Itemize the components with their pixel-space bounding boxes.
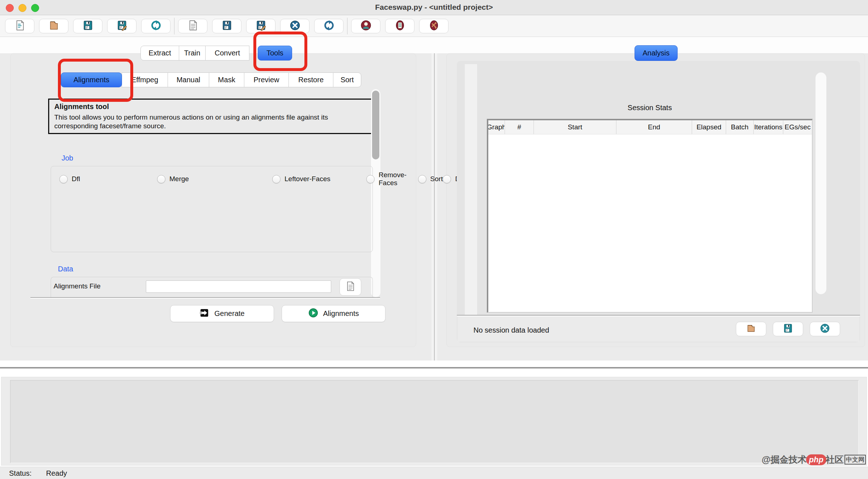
save-project-icon: [83, 20, 93, 32]
job-option-dfl: Dfl: [59, 175, 157, 183]
main-tabs: ExtractTrainConvertTools: [140, 46, 292, 61]
stats-column-iterations: Iterations: [754, 120, 783, 134]
save-project-as-button[interactable]: [107, 19, 136, 33]
reset-config-button[interactable]: [314, 19, 344, 33]
clear-config-button[interactable]: [280, 19, 309, 33]
run-label: Alignments: [323, 309, 359, 318]
new-project-button[interactable]: [5, 19, 34, 33]
tab-train[interactable]: Train: [179, 46, 206, 61]
alignments-file-input[interactable]: [146, 280, 331, 293]
clear-session-button[interactable]: [810, 322, 840, 336]
save-config-as-icon: [256, 20, 266, 32]
tool-tabs: AlignmentsEffmpegManualMaskPreviewRestor…: [61, 72, 361, 87]
alignments-file-label: Alignments File: [54, 282, 101, 290]
options-scrollbar-thumb[interactable]: [372, 91, 379, 159]
profile-button[interactable]: [351, 19, 380, 33]
load-config-icon: [187, 20, 198, 32]
alignments-file-browse-button[interactable]: [340, 278, 361, 296]
save-config-icon: [222, 20, 232, 32]
alignments-run-button[interactable]: Alignments: [282, 305, 385, 322]
reset-project-button[interactable]: [141, 19, 170, 33]
tab-extract[interactable]: Extract: [140, 46, 179, 61]
bottom-area: Status: Ready: [0, 361, 868, 479]
radio-label-leftover-faces: Leftover-Faces: [285, 175, 330, 183]
tab-tools[interactable]: Tools: [258, 46, 292, 61]
stats-column--: #: [505, 120, 534, 134]
output-icon: [395, 20, 405, 32]
radio-leftover-faces[interactable]: [272, 175, 281, 183]
tool-tab-alignments[interactable]: Alignments: [61, 72, 122, 87]
swap-button[interactable]: [419, 19, 448, 33]
load-config-button[interactable]: [178, 19, 207, 33]
tab-convert[interactable]: Convert: [205, 46, 249, 61]
swap-icon: [429, 20, 439, 32]
status-bar: Status: Ready: [0, 467, 868, 479]
stats-column-egs-sec: EGs/sec: [783, 120, 812, 134]
console-output[interactable]: [10, 380, 859, 463]
stats-column-start: Start: [534, 120, 616, 134]
save-session-button[interactable]: [773, 322, 803, 336]
watermark-badge: php: [806, 454, 826, 465]
pane-divider[interactable]: [431, 53, 437, 361]
session-empty-text: No session data loaded: [473, 326, 549, 334]
radio-label-dfl: Dfl: [72, 175, 80, 183]
save-config-as-button[interactable]: [246, 19, 275, 33]
stats-left-strip: [465, 64, 477, 318]
main-area: ExtractTrainConvertTools AlignmentsEffmp…: [0, 37, 868, 361]
tool-tab-effmpeg[interactable]: Effmpeg: [122, 72, 168, 87]
stats-column-batch: Batch: [726, 120, 754, 134]
session-stats-title: Session Stats: [487, 104, 813, 112]
open-session-icon: [746, 323, 756, 335]
clear-session-icon: [820, 323, 830, 335]
radio-dfl[interactable]: [59, 175, 68, 183]
tool-tab-mask[interactable]: Mask: [209, 72, 244, 87]
radio-merge[interactable]: [157, 175, 165, 183]
status-value: Ready: [46, 469, 67, 478]
radio-label-remove-faces: Remove-Faces: [379, 171, 418, 187]
toolbar-group-3: [351, 19, 448, 33]
watermark-suffix: 社区: [826, 454, 844, 466]
session-stats-table: Graph#StartEndElapsedBatchIterationsEGs/…: [487, 119, 813, 313]
save-config-button[interactable]: [212, 19, 241, 33]
stats-column-end: End: [616, 120, 692, 134]
watermark: @掘金技术 php 社区 中文网: [762, 454, 866, 466]
window-title: Faceswap.py - <untitled project>: [0, 3, 868, 12]
watermark-extra: 中文网: [844, 455, 866, 465]
status-label: Status:: [9, 469, 31, 478]
radio-label-merge: Merge: [169, 175, 189, 183]
tab-analysis[interactable]: Analysis: [635, 45, 678, 61]
generate-button[interactable]: Generate: [170, 305, 274, 322]
data-section-label: Data: [58, 265, 73, 273]
reset-project-icon: [151, 20, 161, 32]
clear-config-icon: [290, 20, 300, 32]
stats-column-elapsed: Elapsed: [692, 120, 726, 134]
job-option-leftover-faces: Leftover-Faces: [272, 175, 366, 183]
radio-sort[interactable]: [418, 175, 426, 183]
horizontal-sash[interactable]: [0, 367, 868, 368]
new-project-icon: [14, 20, 25, 32]
radio-label-sort: Sort: [430, 175, 443, 183]
titlebar: Faceswap.py - <untitled project>: [0, 0, 868, 15]
tool-tab-preview[interactable]: Preview: [244, 72, 289, 87]
save-session-icon: [783, 323, 793, 335]
profile-icon: [361, 20, 371, 32]
output-button[interactable]: [385, 19, 414, 33]
load-session-button[interactable]: [736, 322, 766, 336]
tool-tab-sort[interactable]: Sort: [333, 72, 361, 87]
tool-tab-manual[interactable]: Manual: [168, 72, 209, 87]
faceswap-window: Faceswap.py - <untitled project> Extract…: [0, 0, 868, 479]
session-stats-header: Graph#StartEndElapsedBatchIterationsEGs/…: [488, 120, 812, 134]
save-project-button[interactable]: [73, 19, 102, 33]
file-browser-icon: [345, 281, 355, 293]
save-project-as-icon: [117, 20, 127, 32]
notebook-band: [0, 37, 868, 53]
tool-info-body: This tool allows you to perform numerous…: [54, 113, 366, 130]
watermark-text: @掘金技术: [762, 454, 806, 466]
radio-draw[interactable]: [443, 175, 451, 183]
tool-tab-restore[interactable]: Restore: [288, 72, 333, 87]
radio-remove-faces[interactable]: [366, 175, 375, 183]
open-project-button[interactable]: [39, 19, 68, 33]
session-stats-frame: Session Stats Graph#StartEndElapsedBatch…: [457, 61, 860, 342]
stats-scrollbar[interactable]: [816, 72, 826, 294]
generate-label: Generate: [214, 309, 244, 318]
